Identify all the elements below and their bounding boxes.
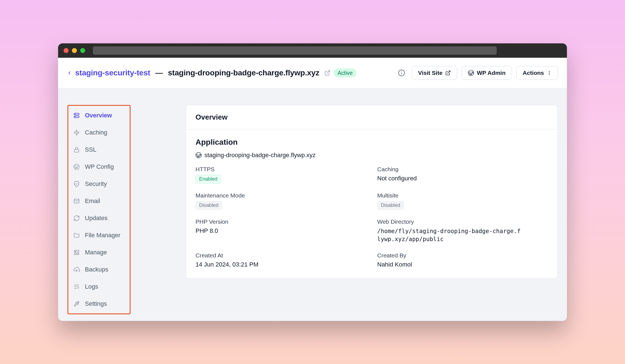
sidebar-item-wp-config[interactable]: WP Config <box>70 159 128 174</box>
field-label: PHP Version <box>196 218 366 225</box>
actions-button[interactable]: Actions <box>516 66 558 80</box>
sidebar-item-overview[interactable]: Overview <box>70 108 128 123</box>
traffic-lights <box>64 48 85 53</box>
list-icon <box>73 283 80 290</box>
sidebar-item-label: SSL <box>85 146 97 153</box>
sidebar-item-email[interactable]: Email <box>70 194 128 209</box>
database-icon <box>73 112 80 119</box>
url-bar[interactable] <box>93 46 497 55</box>
sidebar-item-label: Backups <box>85 266 108 273</box>
svg-line-0 <box>327 70 330 73</box>
external-link-icon <box>445 70 451 76</box>
field-php: PHP VersionPHP 8.0 <box>196 218 366 244</box>
more-vertical-icon <box>547 70 552 75</box>
sidebar-item-label: Manage <box>85 249 107 256</box>
svg-point-7 <box>549 72 550 73</box>
sidebar-item-label: Overview <box>85 112 112 119</box>
sidebar-item-ssl[interactable]: SSL <box>70 142 128 157</box>
field-value: Not configured <box>377 175 548 182</box>
sidebar-item-label: Logs <box>85 283 98 290</box>
bolt-icon <box>73 129 80 136</box>
wp-admin-label: WP Admin <box>477 70 506 76</box>
field-label: Created At <box>196 252 366 259</box>
field-label: Web Directory <box>377 218 548 225</box>
sidebar-item-label: Updates <box>85 215 108 222</box>
panel-header: Overview <box>186 105 557 130</box>
lock-icon <box>73 146 80 153</box>
svg-point-6 <box>549 71 550 72</box>
application-heading: Application <box>196 138 548 147</box>
field-value: Enabled <box>196 175 221 183</box>
shield-icon <box>73 181 80 187</box>
field-label: Multisite <box>377 192 548 199</box>
external-link-icon[interactable] <box>324 70 330 76</box>
field-https: HTTPSEnabled <box>196 166 366 183</box>
field-value: Disabled <box>377 201 404 210</box>
svg-point-12 <box>75 117 75 117</box>
folder-icon <box>73 232 80 239</box>
svg-rect-14 <box>74 149 79 152</box>
titlebar <box>58 43 567 58</box>
sidebar-item-settings[interactable]: Settings <box>70 296 128 311</box>
sidebar-item-logs[interactable]: Logs <box>70 279 128 294</box>
sidebar-item-label: WP Config <box>85 163 114 170</box>
sidebar-item-label: File Manager <box>85 232 120 239</box>
window-maximize[interactable] <box>80 48 85 53</box>
field-label: HTTPS <box>196 166 366 173</box>
field-caching: CachingNot configured <box>377 166 548 183</box>
sidebar-item-label: Email <box>85 197 100 205</box>
svg-line-4 <box>447 71 450 73</box>
visit-site-label: Visit Site <box>418 70 442 76</box>
field-webdir: Web Directory/home/fly/staging-drooping-… <box>377 218 548 244</box>
back-chevron-icon[interactable] <box>67 69 72 77</box>
sidebar-item-label: Security <box>85 180 107 188</box>
refresh-icon <box>73 215 80 221</box>
status-badge: Active <box>334 68 356 77</box>
actions-label: Actions <box>523 70 544 76</box>
overview-panel: Overview Application staging-drooping-ba… <box>186 105 558 279</box>
breadcrumb: staging-security-test — staging-drooping… <box>67 68 356 78</box>
site-name[interactable]: staging-security-test <box>75 68 150 78</box>
field-label: Caching <box>377 166 548 173</box>
visit-site-button[interactable]: Visit Site <box>412 66 457 80</box>
window-minimize[interactable] <box>72 48 77 53</box>
sidebar-item-manage[interactable]: Manage <box>70 245 128 260</box>
field-label: Created By <box>377 252 548 259</box>
sidebar-item-file-manager[interactable]: File Manager <box>70 228 128 243</box>
app-window: staging-security-test — staging-drooping… <box>58 43 567 321</box>
window-close[interactable] <box>64 48 69 53</box>
separator: — <box>153 68 165 78</box>
sidebar-item-backups[interactable]: Backups <box>70 262 128 277</box>
page-header: staging-security-test — staging-drooping… <box>58 58 567 88</box>
field-value: PHP 8.0 <box>196 227 366 234</box>
sidebar-item-updates[interactable]: Updates <box>70 211 128 226</box>
field-value: Disabled <box>196 201 222 210</box>
field-value: 14 Jun 2024, 03:21 PM <box>196 261 366 268</box>
sidebar-item-label: Settings <box>85 300 107 307</box>
field-value: Nahid Komol <box>377 261 548 268</box>
wordpress-icon <box>468 70 474 76</box>
info-icon[interactable] <box>396 67 407 79</box>
wordpress-icon <box>73 163 80 170</box>
svg-marker-13 <box>74 130 79 135</box>
field-created_at: Created At14 Jun 2024, 03:21 PM <box>196 252 366 268</box>
wp-admin-button[interactable]: WP Admin <box>462 66 512 80</box>
header-actions: Visit Site WP Admin Actions <box>396 66 558 80</box>
cloud-download-icon <box>73 266 80 273</box>
application-domain-row: staging-drooping-badge-charge.flywp.xyz <box>196 152 548 159</box>
mail-icon <box>73 198 80 204</box>
sidebar-item-security[interactable]: Security <box>70 176 128 191</box>
application-section: Application staging-drooping-badge-charg… <box>186 130 557 278</box>
field-maintenance: Maintenance ModeDisabled <box>196 192 366 210</box>
field-label: Maintenance Mode <box>196 192 366 199</box>
field-created_by: Created ByNahid Komol <box>377 252 548 268</box>
tools-icon <box>73 300 80 307</box>
sidebar: OverviewCachingSSLWP ConfigSecurityEmail… <box>67 105 131 314</box>
puzzle-icon <box>73 249 80 256</box>
application-grid: HTTPSEnabledCachingNot configuredMainten… <box>196 166 548 268</box>
application-domain: staging-drooping-badge-charge.flywp.xyz <box>204 152 316 159</box>
wordpress-icon <box>196 152 202 158</box>
field-value: /home/fly/staging-drooping-badge-charge.… <box>377 227 521 244</box>
content-area: OverviewCachingSSLWP ConfigSecurityEmail… <box>58 88 567 321</box>
sidebar-item-caching[interactable]: Caching <box>70 125 128 140</box>
